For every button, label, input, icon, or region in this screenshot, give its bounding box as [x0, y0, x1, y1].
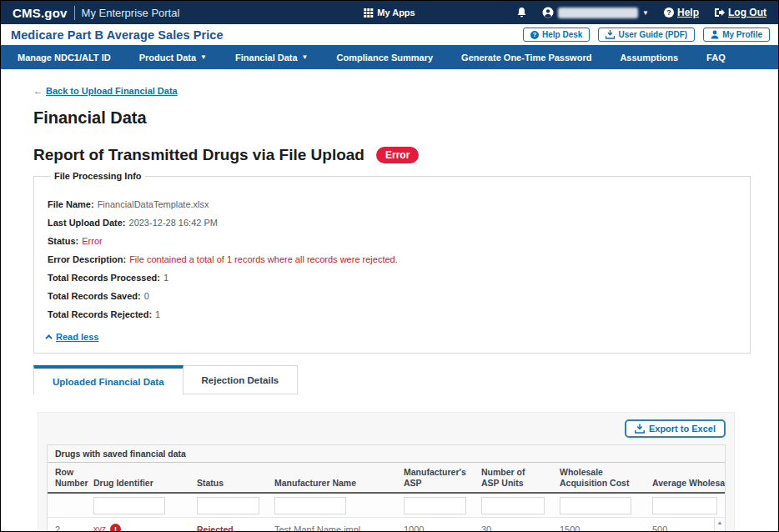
table-caption: Drugs with saved financial data	[48, 445, 725, 463]
error-badge: Error	[376, 147, 419, 163]
user-guide-button[interactable]: User Guide (PDF)	[598, 28, 695, 42]
help-desk-label: Help Desk	[542, 30, 582, 39]
tab-uploaded-financial-data[interactable]: Uploaded Financial Data	[33, 365, 183, 394]
table-row: 2 xyz ! Rejected Test Manf Name impl 100…	[48, 518, 725, 532]
tab-strip: Uploaded Financial Data Rejection Detail…	[33, 365, 749, 394]
filter-number-of-asp-units-input[interactable]	[481, 497, 545, 514]
page-content: ← Back to Upload Financial Data Financia…	[1, 69, 778, 532]
nav-assumptions[interactable]: Assumptions	[620, 53, 678, 63]
nav-compliance-summary[interactable]: Compliance Summary	[337, 53, 434, 63]
filter-wholesale-acquisition-cost-input[interactable]	[560, 497, 631, 514]
my-apps-label: My Apps	[377, 8, 415, 18]
top-bar: CMS.gov My Enterprise Portal My Apps ▼ ?…	[1, 1, 778, 24]
my-profile-button[interactable]: My Profile	[703, 28, 770, 42]
download-icon	[635, 424, 645, 434]
total-rejected-row: Total Records Rejected:1	[48, 309, 736, 319]
read-less-label: Read less	[56, 332, 98, 342]
back-link[interactable]: ← Back to Upload Financial Data	[33, 86, 178, 96]
col-manufacturer-name: Manufacturer Name	[267, 463, 396, 492]
col-drug-identifier: Drug Identifier	[86, 463, 189, 492]
filter-average-wholesale-price-input[interactable]	[652, 497, 717, 514]
nav-generate-otp[interactable]: Generate One-Time Password	[461, 53, 591, 63]
cell-manufacturer-name: Test Manf Name impl	[267, 524, 396, 532]
table-filter-row	[48, 494, 725, 518]
cell-number-of-asp-units: 30	[474, 524, 552, 532]
back-arrow-icon: ←	[33, 86, 43, 96]
filter-status-input[interactable]	[197, 497, 259, 514]
notifications-bell-icon[interactable]	[516, 7, 527, 18]
cell-manufacturers-asp: 1000	[396, 524, 474, 532]
apps-grid-icon	[364, 8, 373, 18]
file-name-row: File Name:FinancialDataTemplate.xlsx	[48, 199, 736, 209]
back-link-label: Back to Upload Financial Data	[46, 86, 178, 96]
cell-average-wholesale-price: 500	[645, 524, 725, 532]
main-nav: Manage NDC1/ALT ID Product Data▼ Financi…	[1, 45, 778, 69]
user-menu[interactable]: ▼	[542, 7, 649, 18]
page-title: Financial Data	[33, 108, 749, 128]
total-processed-row: Total Records Processed:1	[48, 273, 736, 283]
logout-label: Log Out	[728, 7, 766, 18]
tab-rejection-details[interactable]: Rejection Details	[183, 365, 299, 394]
app-header: Medicare Part B Average Sales Price ? He…	[1, 24, 778, 45]
my-apps-button[interactable]: My Apps	[364, 8, 415, 18]
file-processing-info-legend: File Processing Info	[51, 171, 145, 181]
filter-manufacturers-asp-input[interactable]	[404, 497, 466, 514]
table-panel: Export to Excel Drugs with saved financi…	[38, 412, 735, 532]
col-average-wholesale-price: Average Wholesale Price	[645, 463, 725, 492]
table-vertical-scrollbar[interactable]: ▲ ▼	[714, 518, 725, 532]
status-row: Status:Error	[48, 236, 736, 246]
cms-logo[interactable]: CMS.gov	[13, 6, 68, 20]
help-label: Help	[677, 7, 699, 18]
chevron-down-icon: ▼	[302, 53, 309, 61]
col-manufacturers-asp: Manufacturer's ASP	[396, 463, 474, 492]
app-title: Medicare Part B Average Sales Price	[11, 28, 224, 42]
logout-icon	[714, 8, 725, 18]
nav-manage-ndc1-alt-id[interactable]: Manage NDC1/ALT ID	[18, 53, 111, 63]
app-window: CMS.gov My Enterprise Portal My Apps ▼ ?…	[0, 0, 779, 532]
question-icon: ?	[664, 8, 674, 18]
portal-name: My Enterprise Portal	[82, 7, 180, 19]
read-less-link[interactable]: Read less	[48, 332, 98, 342]
question-icon: ?	[530, 31, 539, 39]
brand-divider	[74, 6, 75, 20]
nav-financial-data[interactable]: Financial Data▼	[235, 53, 309, 63]
col-number-of-asp-units: Number of ASP Units	[474, 463, 552, 492]
logout-link[interactable]: Log Out	[714, 7, 766, 18]
cell-drug-identifier: xyz !	[86, 524, 189, 532]
export-label: Export to Excel	[649, 424, 716, 434]
avatar-icon	[542, 7, 554, 18]
cell-wholesale-acquisition-cost: 1500	[552, 524, 645, 532]
error-alert-icon[interactable]: !	[110, 524, 121, 532]
nav-product-data[interactable]: Product Data▼	[139, 53, 207, 63]
help-desk-button[interactable]: ? Help Desk	[523, 28, 590, 42]
filter-manufacturer-name-input[interactable]	[274, 497, 346, 514]
filter-drug-identifier-input[interactable]	[93, 497, 165, 514]
person-icon	[711, 30, 719, 39]
cell-status: Rejected	[189, 524, 267, 532]
chevron-up-icon	[45, 334, 52, 341]
col-status: Status	[189, 463, 267, 492]
nav-faq[interactable]: FAQ	[706, 53, 726, 63]
table-header-row: Row Number Drug Identifier Status Manufa…	[48, 463, 725, 494]
last-upload-date-row: Last Upload Date:2023-12-28 16:42 PM	[48, 218, 736, 228]
user-name-redacted	[558, 8, 638, 18]
chevron-down-icon: ▼	[642, 9, 649, 17]
drugs-table: Drugs with saved financial data Row Numb…	[47, 444, 726, 532]
download-icon	[606, 30, 615, 39]
user-guide-label: User Guide (PDF)	[618, 30, 687, 39]
scroll-up-icon[interactable]: ▲	[717, 519, 723, 525]
help-link[interactable]: ? Help	[664, 7, 699, 18]
col-row-number: Row Number	[48, 463, 86, 492]
export-to-excel-button[interactable]: Export to Excel	[625, 419, 726, 438]
total-saved-row: Total Records Saved:0	[48, 291, 736, 301]
error-description-row: Error Description:File contained a total…	[48, 254, 736, 264]
file-processing-info-box: File Processing Info File Name:Financial…	[33, 171, 751, 354]
my-profile-label: My Profile	[722, 30, 762, 39]
chevron-down-icon: ▼	[200, 53, 207, 61]
cell-row-number: 2	[48, 524, 86, 532]
report-title: Report of Transmitted Drugs via File Upl…	[33, 146, 364, 164]
col-wholesale-acquisition-cost: Wholesale Acquisition Cost	[552, 463, 645, 492]
